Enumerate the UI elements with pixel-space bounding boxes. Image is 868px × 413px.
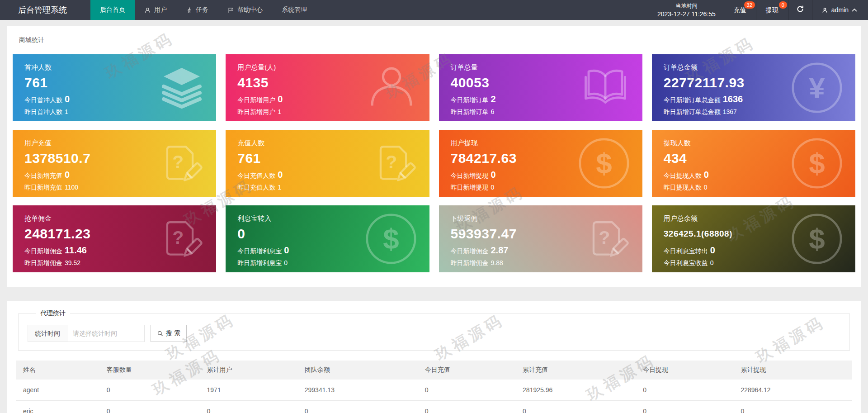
table-cell: 281925.96 bbox=[516, 380, 636, 401]
table-column-header: 累计用户 bbox=[200, 361, 298, 380]
table-row: eric0000000 bbox=[16, 401, 852, 413]
stats-panel-title: 商城统计 bbox=[13, 32, 855, 54]
table-row: agent01971299341.130281925.960228964.12 bbox=[16, 380, 852, 401]
stat-card: 抢单佣金248171.23今日新增佣金11.46昨日新增佣金39.52? bbox=[13, 205, 216, 272]
dollar-icon: $ bbox=[364, 212, 418, 266]
nav-action-label: 提现 bbox=[766, 6, 778, 14]
svg-text:$: $ bbox=[809, 147, 825, 180]
card-today-value: 0 bbox=[65, 94, 70, 104]
stat-card: 充值人数761今日充值人数0昨日充值人数1? bbox=[226, 130, 429, 197]
nav-item-label: 任务 bbox=[196, 6, 208, 14]
table-cell: eric bbox=[16, 401, 100, 413]
card-yesterday-value: 0 bbox=[710, 259, 714, 266]
stat-card: 用户充值1378510.7今日新增充值0昨日新增充值1100? bbox=[13, 130, 216, 197]
svg-text:?: ? bbox=[386, 152, 397, 172]
card-today-value: 0 bbox=[491, 170, 496, 180]
search-icon bbox=[157, 330, 164, 337]
flag-icon bbox=[227, 7, 234, 14]
nav-item-label: 用户 bbox=[154, 6, 167, 14]
nav-action-badge: 32 bbox=[744, 1, 755, 9]
agent-table: 姓名客服数量累计用户团队余额今日充值累计充值今日提现累计提现 agent0197… bbox=[16, 361, 852, 413]
card-yesterday-value: 1 bbox=[278, 184, 281, 191]
card-yesterday-value: 0 bbox=[491, 184, 495, 191]
card-yesterday-value: 6 bbox=[491, 108, 495, 115]
stat-card: 订单总量40053今日新增订单2昨日新增订单6 bbox=[439, 54, 642, 121]
filter-row: 统计时间 搜 索 bbox=[28, 325, 840, 342]
table-column-header: 客服数量 bbox=[100, 361, 200, 380]
table-cell: 0 bbox=[100, 380, 200, 401]
svg-text:¥: ¥ bbox=[809, 71, 825, 104]
nav-actions: 充值32提现0 bbox=[724, 0, 788, 20]
table-cell: 0 bbox=[418, 380, 516, 401]
nav-item-0[interactable]: 后台首页 bbox=[90, 0, 135, 20]
table-cell: 0 bbox=[200, 401, 298, 413]
nav-item-2[interactable]: 任务 bbox=[176, 0, 218, 20]
stats-panel: 商城统计 首冲人数761今日首冲人数0昨日首冲人数1用户总量(人)4135今日新… bbox=[7, 26, 861, 287]
nav-item-4[interactable]: 系统管理 bbox=[272, 0, 316, 20]
user-icon bbox=[821, 7, 828, 14]
card-today-value: 0 bbox=[710, 245, 715, 255]
card-today-value: 0 bbox=[278, 94, 283, 104]
card-today-value: 0 bbox=[278, 170, 283, 180]
table-column-header: 累计充值 bbox=[516, 361, 636, 380]
stat-card: 用户总量(人)4135今日新增用户0昨日新增用户1 bbox=[226, 54, 429, 121]
card-yesterday-value: 0 bbox=[284, 259, 288, 266]
card-yesterday-value: 39.52 bbox=[65, 259, 80, 266]
stat-card: 下级返佣593937.47今日新增佣金2.87昨日新增佣金9.88? bbox=[439, 205, 642, 272]
nav-action-badge: 0 bbox=[779, 1, 787, 9]
table-cell: 228964.12 bbox=[734, 380, 852, 401]
card-today-value: 2.87 bbox=[491, 245, 509, 255]
doc-edit-icon: ? bbox=[582, 214, 631, 263]
search-button-label: 搜 索 bbox=[166, 329, 180, 337]
stat-time-input[interactable] bbox=[67, 325, 145, 342]
local-time-label: 当地时间 bbox=[657, 2, 716, 10]
doc-edit-icon: ? bbox=[369, 139, 418, 188]
card-yesterday-value: 9.88 bbox=[491, 259, 503, 266]
table-column-header: 累计提现 bbox=[734, 361, 852, 380]
svg-text:$: $ bbox=[383, 223, 399, 255]
nav-item-3[interactable]: 帮助中心 bbox=[218, 0, 272, 20]
local-time-value: 2023-12-27 11:26:55 bbox=[657, 10, 716, 19]
stat-card: 订单总金额22772117.93今日新增订单总金额1636昨日新增订单总金额13… bbox=[652, 54, 855, 121]
dollar-icon: $ bbox=[790, 137, 844, 190]
walker-icon bbox=[186, 7, 193, 14]
nav-action-0[interactable]: 充值32 bbox=[724, 0, 756, 20]
top-navbar: 后台管理系统 后台首页用户任务帮助中心系统管理 当地时间 2023-12-27 … bbox=[0, 0, 868, 20]
card-yesterday-value: 1100 bbox=[65, 184, 78, 191]
nav-action-label: 充值 bbox=[734, 6, 746, 14]
search-button[interactable]: 搜 索 bbox=[151, 325, 187, 342]
table-cell: 1971 bbox=[200, 380, 298, 401]
refresh-icon bbox=[796, 5, 804, 15]
stat-card: 提现人数434今日提现人数0昨日提现人数0$ bbox=[652, 130, 855, 197]
refresh-button[interactable] bbox=[788, 0, 812, 20]
agent-table-body: agent01971299341.130281925.960228964.12e… bbox=[16, 380, 852, 413]
admin-menu[interactable]: admin bbox=[812, 0, 868, 20]
agent-panel: 代理统计 统计时间 搜 索 姓名客服数量累计用户团队余额今日充值累计充值今日提现… bbox=[7, 301, 861, 413]
nav-right: 当地时间 2023-12-27 11:26:55 充值32提现0 admin bbox=[649, 0, 868, 20]
agent-fieldset: 代理统计 统计时间 搜 索 bbox=[18, 309, 850, 351]
card-yesterday-value: 1 bbox=[278, 108, 281, 115]
layers-icon bbox=[159, 65, 204, 110]
stat-time-label: 统计时间 bbox=[28, 325, 67, 342]
stat-card: 利息宝转入0今日新增利息宝0昨日新增利息宝0$ bbox=[226, 205, 429, 272]
table-column-header: 今日充值 bbox=[418, 361, 516, 380]
table-cell: 299341.13 bbox=[298, 380, 418, 401]
table-cell: 0 bbox=[298, 401, 418, 413]
yen-icon: ¥ bbox=[790, 61, 844, 114]
page: 后台管理系统 后台首页用户任务帮助中心系统管理 当地时间 2023-12-27 … bbox=[0, 0, 868, 413]
nav-item-label: 帮助中心 bbox=[237, 6, 263, 14]
nav-item-1[interactable]: 用户 bbox=[135, 0, 176, 20]
app-title: 后台管理系统 bbox=[0, 0, 90, 20]
card-today-value: 0 bbox=[704, 170, 709, 180]
card-today-value: 0 bbox=[284, 245, 289, 255]
nav-action-1[interactable]: 提现0 bbox=[756, 0, 788, 20]
stat-card: 用户提现784217.63今日新增提现0昨日新增提现0$ bbox=[439, 130, 642, 197]
user-icon bbox=[144, 7, 151, 14]
table-cell: 0 bbox=[516, 401, 636, 413]
doc-edit-icon: ? bbox=[156, 139, 204, 188]
stats-cards: 首冲人数761今日首冲人数0昨日首冲人数1用户总量(人)4135今日新增用户0昨… bbox=[13, 54, 855, 272]
agent-table-head: 姓名客服数量累计用户团队余额今日充值累计充值今日提现累计提现 bbox=[16, 361, 852, 380]
nav-item-label: 系统管理 bbox=[282, 6, 307, 14]
table-cell: 0 bbox=[636, 401, 734, 413]
agent-panel-legend: 代理统计 bbox=[36, 309, 70, 318]
